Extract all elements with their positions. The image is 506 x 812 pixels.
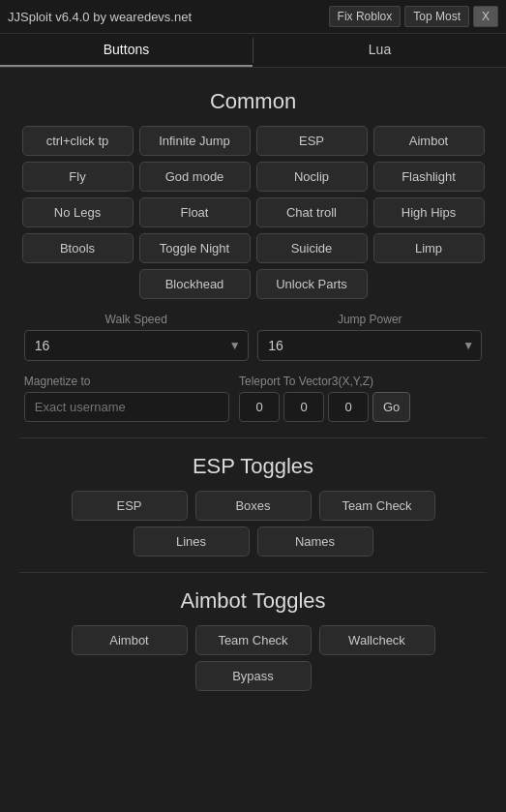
esp-buttons-row-1: ESP Boxes Team Check — [19, 491, 487, 521]
chat-troll-button[interactable]: Chat troll — [256, 197, 368, 227]
flashlight-button[interactable]: Flashlight — [373, 162, 485, 192]
ctrl-click-tp-button[interactable]: ctrl+click tp — [22, 126, 134, 156]
esp-buttons-row-2: Lines Names — [19, 526, 487, 556]
jump-power-group: Jump Power 16 32 64 128 ▼ — [257, 313, 482, 361]
limp-button[interactable]: Limp — [373, 233, 485, 263]
esp-toggles-title: ESP Toggles — [19, 454, 487, 479]
noclip-button[interactable]: Noclip — [256, 162, 368, 192]
names-toggle-button[interactable]: Names — [257, 526, 373, 556]
lines-toggle-button[interactable]: Lines — [134, 526, 250, 556]
team-check-esp-button[interactable]: Team Check — [319, 491, 435, 521]
tab-lua[interactable]: Lua — [253, 34, 506, 67]
tab-bar: Buttons Lua — [0, 34, 506, 68]
aimbot-buttons-row-2: Bypass — [19, 661, 487, 691]
top-most-button[interactable]: Top Most — [404, 6, 469, 27]
esp-common-button[interactable]: ESP — [256, 126, 368, 156]
teleport-y-input[interactable] — [283, 392, 324, 422]
walk-speed-select[interactable]: 16 32 64 128 — [24, 330, 249, 361]
god-mode-button[interactable]: God mode — [139, 162, 251, 192]
aimbot-toggle-button[interactable]: Aimbot — [72, 625, 188, 655]
wallcheck-button[interactable]: Wallcheck — [319, 625, 435, 655]
boxes-toggle-button[interactable]: Boxes — [195, 491, 312, 521]
title-bar-buttons: Fix Roblox Top Most X — [329, 6, 498, 27]
close-button[interactable]: X — [473, 6, 498, 27]
magnetize-teleport-row: Magnetize to Teleport To Vector3(X,Y,Z) … — [19, 375, 487, 422]
common-title: Common — [19, 89, 487, 114]
teleport-inputs-row: Go — [239, 392, 410, 422]
aimbot-common-button[interactable]: Aimbot — [373, 126, 485, 156]
fix-roblox-button[interactable]: Fix Roblox — [329, 6, 402, 27]
no-legs-button[interactable]: No Legs — [22, 197, 134, 227]
divider-aimbot — [19, 572, 487, 573]
float-button[interactable]: Float — [139, 197, 251, 227]
tab-buttons[interactable]: Buttons — [0, 34, 253, 67]
unlock-parts-button[interactable]: Unlock Parts — [256, 269, 368, 299]
walk-speed-label: Walk Speed — [105, 313, 167, 326]
fly-button[interactable]: Fly — [22, 162, 134, 192]
divider-esp — [19, 437, 487, 438]
bypass-button[interactable]: Bypass — [195, 661, 312, 691]
suicide-button[interactable]: Suicide — [256, 233, 368, 263]
jump-power-select[interactable]: 16 32 64 128 — [257, 330, 482, 361]
walk-speed-select-wrapper: 16 32 64 128 ▼ — [24, 330, 249, 361]
walk-speed-group: Walk Speed 16 32 64 128 ▼ — [24, 313, 249, 361]
title-bar: JJSploit v6.4.0 by wearedevs.net Fix Rob… — [0, 0, 506, 34]
high-hips-button[interactable]: High Hips — [373, 197, 485, 227]
aimbot-toggles-title: Aimbot Toggles — [19, 588, 487, 614]
jump-power-label: Jump Power — [338, 313, 402, 326]
magnetize-label: Magnetize to — [24, 375, 91, 388]
esp-toggle-button[interactable]: ESP — [72, 491, 188, 521]
toggle-night-button[interactable]: Toggle Night — [139, 233, 251, 263]
app-title: JJSploit v6.4.0 by wearedevs.net — [8, 10, 192, 24]
teleport-z-input[interactable] — [328, 392, 369, 422]
btools-button[interactable]: Btools — [22, 233, 134, 263]
jump-power-select-wrapper: 16 32 64 128 ▼ — [257, 330, 482, 361]
team-check-aimbot-button[interactable]: Team Check — [195, 625, 312, 655]
blockhead-button[interactable]: Blockhead — [139, 269, 251, 299]
teleport-go-button[interactable]: Go — [372, 392, 410, 422]
infinite-jump-button[interactable]: Infinite Jump — [139, 126, 251, 156]
teleport-label: Teleport To Vector3(X,Y,Z) — [239, 375, 373, 388]
aimbot-buttons-row-1: Aimbot Team Check Wallcheck — [19, 625, 487, 655]
common-buttons-grid: ctrl+click tp Infinite Jump ESP Aimbot F… — [19, 126, 487, 299]
teleport-group: Teleport To Vector3(X,Y,Z) Go — [239, 375, 482, 422]
main-content: Common ctrl+click tp Infinite Jump ESP A… — [0, 68, 506, 812]
teleport-x-input[interactable] — [239, 392, 280, 422]
speed-power-row: Walk Speed 16 32 64 128 ▼ Jump Power 16 … — [19, 313, 487, 361]
username-input[interactable] — [24, 392, 230, 422]
magnetize-group: Magnetize to — [24, 375, 230, 422]
